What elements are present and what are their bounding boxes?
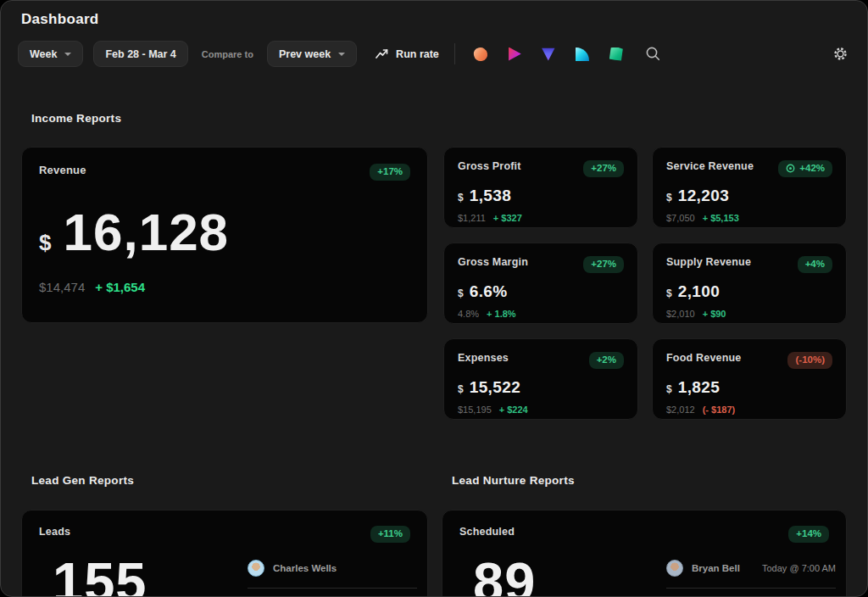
compare-select-label: Prev week — [279, 48, 331, 60]
search-icon — [645, 46, 661, 62]
card-label: Scheduled — [459, 526, 515, 538]
lead-name: Charles Wells — [273, 563, 337, 573]
card-label: Food Revenue — [666, 352, 742, 364]
card-value: 1,825 — [678, 378, 721, 397]
date-range-label: Feb 28 - Mar 4 — [105, 48, 175, 60]
chevron-down-icon — [64, 53, 71, 56]
lead-gen-section-title: Lead Gen Reports — [31, 474, 134, 487]
trend-badge: (-10%) — [787, 352, 832, 369]
date-range-button[interactable]: Feb 28 - Mar 4 — [93, 41, 187, 67]
run-rate-button[interactable]: Run rate — [376, 48, 439, 60]
previous-value: $2,012 — [666, 405, 695, 415]
previous-value: $7,050 — [666, 213, 695, 223]
green-layers-icon[interactable] — [609, 47, 623, 61]
card-value: 12,203 — [678, 187, 730, 205]
previous-value: 4.8% — [458, 309, 479, 319]
gross-margin-card[interactable]: Gross Margin +27% $ 6.6% 4.8% + 1.8% — [443, 243, 638, 324]
integration-icons — [474, 47, 623, 61]
currency-symbol: $ — [458, 383, 464, 395]
delta-value: + 1.8% — [487, 309, 516, 319]
previous-value: $2,010 — [666, 309, 695, 319]
trend-badge: +14% — [788, 526, 829, 543]
page-title: Dashboard — [21, 11, 99, 28]
toolbar: Week Feb 28 - Mar 4 Compare to Prev week… — [18, 41, 849, 67]
previous-value: $14,474 — [39, 280, 85, 294]
leads-card[interactable]: Leads +11% 155 Charles Wells — [21, 510, 428, 597]
compare-select[interactable]: Prev week — [267, 41, 357, 67]
card-label: Gross Profit — [458, 160, 521, 172]
toolbar-divider — [454, 43, 455, 64]
dashboard-window: Dashboard Week Feb 28 - Mar 4 Compare to… — [0, 0, 868, 597]
card-label: Gross Margin — [458, 256, 528, 268]
card-label: Service Revenue — [666, 160, 754, 172]
trend-badge: +2% — [589, 352, 624, 369]
currency-symbol: $ — [666, 287, 672, 299]
card-label: Revenue — [39, 164, 86, 176]
food-revenue-card[interactable]: Food Revenue (-10%) $ 1,825 $2,012 (- $1… — [652, 338, 847, 420]
service-revenue-card[interactable]: Service Revenue +42% $ 12,203 $7,050 + $… — [652, 147, 847, 228]
chevron-down-icon — [338, 53, 345, 56]
trend-badge: +27% — [583, 160, 624, 177]
trend-badge-value: +42% — [799, 164, 825, 174]
currency-symbol: $ — [666, 192, 672, 204]
card-label: Leads — [39, 526, 70, 538]
trend-badge: +11% — [370, 526, 410, 543]
scheduled-card[interactable]: Scheduled +14% 89 Bryan Bell Today @ 7:0… — [442, 510, 847, 597]
period-select-label: Week — [30, 48, 57, 60]
indigo-funnel-icon[interactable] — [542, 47, 555, 61]
list-item[interactable]: Bryan Bell Today @ 7:00 AM — [666, 560, 836, 589]
card-value: 155 — [53, 555, 147, 597]
trending-up-icon — [376, 48, 389, 59]
delta-value: + $1,654 — [95, 280, 145, 294]
card-value: 15,522 — [470, 378, 521, 397]
cyan-quarter-pie-icon[interactable] — [576, 47, 589, 61]
lead-name: Bryan Bell — [692, 563, 740, 573]
previous-value: $1,211 — [458, 213, 486, 223]
period-select[interactable]: Week — [18, 41, 83, 67]
card-label: Expenses — [458, 352, 509, 364]
trend-badge: +42% — [778, 160, 832, 177]
orange-blob-icon[interactable] — [472, 46, 488, 62]
currency-symbol: $ — [39, 230, 51, 256]
trend-badge: +27% — [583, 256, 624, 273]
supply-revenue-card[interactable]: Supply Revenue +4% $ 2,100 $2,010 + $90 — [652, 243, 847, 324]
avatar — [666, 560, 683, 577]
revenue-card[interactable]: Revenue +17% $ 16,128 $14,474 + $1,654 — [21, 147, 428, 323]
list-item[interactable]: Charles Wells — [248, 560, 417, 589]
delta-value: + $327 — [493, 213, 522, 223]
gear-icon — [832, 46, 849, 62]
card-value: 2,100 — [678, 282, 721, 301]
avatar — [248, 560, 264, 577]
delta-value: (- $187) — [703, 405, 736, 415]
income-section-title: Income Reports — [31, 112, 121, 125]
scheduled-time: Today @ 7:00 AM — [762, 563, 836, 573]
currency-symbol: $ — [666, 383, 672, 395]
delta-value: + $224 — [499, 405, 528, 415]
leads-list: Charles Wells — [248, 560, 417, 589]
delta-value: + $5,153 — [703, 213, 739, 223]
gross-profit-card[interactable]: Gross Profit +27% $ 1,538 $1,211 + $327 — [443, 147, 638, 228]
trend-badge: +4% — [798, 256, 832, 273]
card-value: 1,538 — [470, 187, 512, 205]
magenta-play-icon[interactable] — [508, 47, 521, 61]
currency-symbol: $ — [458, 287, 464, 299]
lead-nurture-section-title: Lead Nurture Reports — [452, 474, 575, 487]
expenses-card[interactable]: Expenses +2% $ 15,522 $15,195 + $224 — [443, 338, 638, 420]
previous-value: $15,195 — [458, 405, 492, 415]
trend-badge: +17% — [370, 164, 410, 181]
card-value: 16,128 — [63, 202, 229, 262]
card-label: Supply Revenue — [666, 256, 751, 268]
medal-icon — [786, 164, 795, 173]
delta-value: + $90 — [703, 309, 726, 319]
currency-symbol: $ — [458, 192, 464, 204]
card-value: 89 — [473, 555, 536, 597]
card-value: 6.6% — [470, 282, 508, 301]
compare-to-label: Compare to — [202, 49, 253, 59]
search-button[interactable] — [645, 46, 661, 62]
scheduled-list: Bryan Bell Today @ 7:00 AM — [666, 560, 836, 589]
settings-button[interactable] — [832, 46, 849, 62]
run-rate-label: Run rate — [396, 48, 439, 60]
